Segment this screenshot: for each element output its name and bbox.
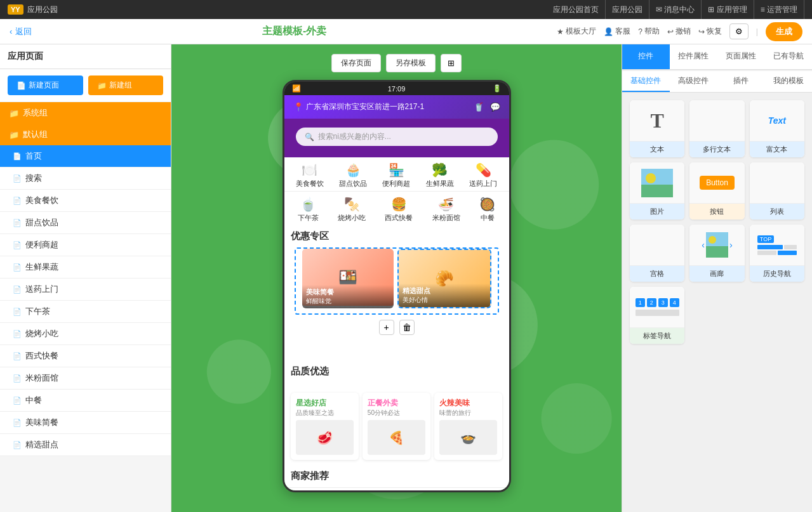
sidebar-item-bbq[interactable]: 📄 烧烤小吃 [0, 323, 171, 345]
new-page-button[interactable]: 📄 新建页面 [8, 75, 83, 95]
nav-home[interactable]: 应用公园首页 [547, 0, 606, 19]
phone-search-bar[interactable]: 🔍 搜索ni感兴趣的内容... [296, 128, 498, 146]
help-btn[interactable]: ? 帮助 [638, 26, 660, 37]
widget-multitext[interactable]: 多行文本 [689, 100, 744, 157]
nav-ops[interactable]: ≡ 运营管理 [754, 0, 804, 19]
folder-open-icon: 📁 [9, 108, 19, 118]
cat-chinese[interactable]: 🥘 中餐 [479, 197, 495, 223]
nav-messages[interactable]: ✉ 消息中心 [649, 0, 702, 19]
widget-text-label: 文本 [630, 141, 684, 157]
sidebar-item-convenience[interactable]: 📄 便利商超 [0, 234, 171, 256]
sidebar-group-default[interactable]: 📁 默认组 [0, 124, 171, 145]
quality-img-3: 🍲 [439, 420, 497, 455]
widget-category-tabs: 基础控件 高级控件 插件 我的模板 [622, 71, 812, 93]
widget-list-label: 列表 [750, 204, 804, 220]
nav-app-manage[interactable]: ⊞ 应用管理 [702, 0, 754, 19]
nav-my[interactable]: 👤 我的 [397, 492, 509, 492]
generate-button[interactable]: 生成 [766, 22, 802, 41]
promo-delete-button[interactable]: 🗑 [399, 320, 415, 335]
cat-noodle[interactable]: 🍜 米粉面馆 [432, 197, 460, 223]
promo-add-button[interactable]: + [379, 320, 394, 335]
widget-richtext[interactable]: Text 富文本 [750, 100, 804, 157]
page-icon-western: 📄 [13, 352, 22, 360]
customer-service-btn[interactable]: 👤 客服 [604, 26, 630, 37]
tab-page-props[interactable]: 页面属性 [717, 44, 765, 69]
back-arrow-icon: ‹ [10, 27, 12, 36]
promo-grid: 🍱 美味简餐 鲜醒味觉 🥐 精选甜点 美好心情 [295, 247, 499, 315]
quality-item-1[interactable]: 星选好店 品质臻至之选 🥩 [291, 393, 359, 460]
widget-history-preview: TOP [750, 225, 804, 266]
settings-button[interactable]: ⚙ [729, 23, 749, 39]
save-page-button[interactable]: 保存页面 [331, 54, 381, 72]
sidebar-item-noodle[interactable]: 📄 米粉面馆 [0, 367, 171, 390]
widget-text[interactable]: T 文本 [630, 100, 684, 157]
cat-teatime[interactable]: 🍵 下午茶 [298, 197, 319, 223]
undo-btn[interactable]: ↩ 撤销 [667, 26, 691, 37]
promo-item-2[interactable]: 🥐 精选甜点 美好心情 [397, 249, 491, 308]
sidebar-item-chinese[interactable]: 📄 中餐 [0, 390, 171, 412]
cat-fresh-icon: 🥦 [426, 162, 454, 178]
nav-park[interactable]: 应用公园 [606, 0, 649, 19]
widget-grid-item[interactable]: 宫格 [630, 225, 684, 282]
cat-bbq-icon: 🍢 [338, 197, 366, 212]
page-icon-medicine: 📄 [13, 286, 22, 294]
widget-gallery[interactable]: ‹ › 画廊 [689, 225, 744, 282]
canvas-icon-btn[interactable]: ⊞ [441, 54, 462, 72]
tab-advanced-widgets[interactable]: 高级控件 [670, 71, 717, 92]
star-icon: ★ [557, 27, 564, 36]
grid-icon: ⊞ [708, 5, 714, 14]
sidebar-item-medicine[interactable]: 📄 送药上门 [0, 279, 171, 301]
top-nav: YY 应用公园 应用公园首页 应用公园 ✉ 消息中心 ⊞ 应用管理 ≡ 运营管理 [0, 0, 812, 19]
phone-header: 📍 广东省深圳市宝安区前进一路217-1 🥤 💬 [284, 95, 509, 119]
save-as-template-button[interactable]: 另存模板 [386, 54, 436, 72]
widget-tabs[interactable]: 1 2 3 4 标签导航 [630, 287, 684, 344]
cat-medicine[interactable]: 💊 送药上门 [469, 162, 497, 188]
search-icon: 🔍 [305, 133, 314, 141]
cat-fresh[interactable]: 🥦 生鲜果蔬 [426, 162, 454, 188]
tab-plugins[interactable]: 插件 [717, 71, 765, 92]
cat-dessert[interactable]: 🧁 甜点饮品 [339, 162, 367, 188]
cat-bbq[interactable]: 🍢 烧烤小吃 [338, 197, 366, 223]
cat-western[interactable]: 🍔 西式快餐 [385, 197, 413, 223]
tab-basic-widgets[interactable]: 基础控件 [622, 71, 670, 92]
svg-rect-4 [706, 246, 728, 258]
text-preview-icon: T [650, 109, 663, 133]
tab-widget[interactable]: 控件 [622, 44, 670, 69]
help-icon: ? [638, 27, 642, 36]
redo-btn[interactable]: ↪ 恢复 [698, 26, 722, 37]
sidebar-group-system[interactable]: 📁 系统组 [0, 102, 171, 124]
tab-my-templates[interactable]: 我的模板 [764, 71, 812, 92]
back-button[interactable]: ‹ 返回 [10, 26, 32, 37]
widget-image[interactable]: 图片 [630, 162, 684, 220]
sidebar-item-dessert[interactable]: 📄 甜点饮品 [0, 212, 171, 234]
sidebar-item-search[interactable]: 📄 搜索 [0, 167, 171, 190]
widget-button[interactable]: Button 按钮 [689, 162, 744, 220]
sidebar-item-western[interactable]: 📄 西式快餐 [0, 345, 171, 367]
cat-convenience[interactable]: 🏪 便利商超 [382, 162, 410, 188]
sidebar-item-selected-dessert[interactable]: 📄 精选甜点 [0, 434, 171, 456]
template-hall-btn[interactable]: ★ 模板大厅 [557, 26, 596, 37]
sidebar-item-homepage[interactable]: 📄 首页 [0, 145, 171, 167]
nav-home[interactable]: 🏠 首页 [284, 492, 397, 492]
quality-item-3[interactable]: 火辣美味 味蕾的旅行 🍲 [434, 393, 502, 460]
sidebar-item-simple-meal[interactable]: 📄 美味简餐 [0, 412, 171, 434]
location-icon: 📍 [293, 102, 303, 112]
promo-item-1[interactable]: 🍱 美味简餐 鲜醒味觉 [302, 249, 394, 308]
widget-history[interactable]: TOP 历史导航 [750, 225, 804, 282]
phone-mockup: 📶 17:09 🔋 📍 广东省深圳市宝安区前进一路217-1 🥤 💬 🔍 [283, 80, 511, 492]
file-icon: 📄 [17, 81, 26, 90]
cat-chinese-icon: 🥘 [479, 197, 495, 212]
signal-icon: 📶 [292, 84, 301, 93]
new-block-button[interactable]: 📁 新建组 [88, 75, 164, 95]
cat-food[interactable]: 🍽️ 美食餐饮 [296, 162, 324, 188]
cat-west-icon: 🍔 [385, 197, 413, 212]
sidebar-item-fresh[interactable]: 📄 生鲜果蔬 [0, 256, 171, 279]
sidebar-item-food[interactable]: 📄 美食餐饮 [0, 190, 171, 212]
tab-widget-props[interactable]: 控件属性 [670, 44, 717, 69]
tab-nav[interactable]: 已有导航 [764, 44, 812, 69]
sidebar-item-teatime[interactable]: 📄 下午茶 [0, 301, 171, 323]
widget-list[interactable]: 列表 [750, 162, 804, 220]
page-icon-chinese: 📄 [13, 397, 22, 405]
quality-item-2[interactable]: 正餐外卖 50分钟必达 🍕 [363, 393, 430, 460]
canvas-area: 保存页面 另存模板 ⊞ 📶 17:09 🔋 📍 广东省深圳市宝安区前进一路217… [171, 44, 622, 512]
